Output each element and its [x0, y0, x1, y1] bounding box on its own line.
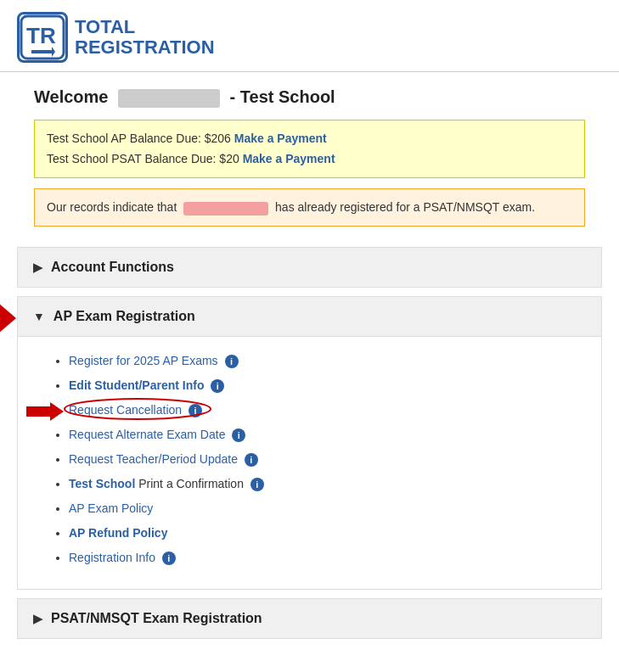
psat-balance-label: Test School PSAT Balance Due: $20 — [47, 152, 239, 165]
svg-text:TR: TR — [26, 23, 56, 48]
student-name-blur — [183, 202, 268, 216]
notice-suffix: has already registered for a PSAT/NMSQT … — [275, 200, 535, 214]
cancel-row: Request Cancellation i — [69, 401, 576, 419]
list-item: Registration Info i — [69, 549, 576, 567]
info-icon[interactable]: i — [162, 552, 176, 565]
account-title: Account Functions — [51, 260, 174, 275]
yellow-notice: Test School AP Balance Due: $206 Make a … — [34, 120, 585, 179]
psat-section: ▶ PSAT/NMSQT Exam Registration — [17, 598, 602, 639]
notice-prefix: Our records indicate that — [47, 200, 177, 214]
psat-balance-line: Test School PSAT Balance Due: $20 Make a… — [47, 149, 572, 170]
account-chevron: ▶ — [33, 260, 42, 274]
info-icon[interactable]: i — [250, 478, 264, 491]
print-confirmation-text: Print a Confirmation — [138, 477, 244, 490]
list-item: Register for 2025 AP Exams i — [69, 352, 576, 370]
list-item: Test School Print a Confirmation i — [69, 475, 576, 493]
logo-icon: TR — [17, 12, 68, 63]
ap-exam-section: ▼ AP Exam Registration Register for 2025… — [17, 296, 602, 590]
psat-chevron: ▶ — [33, 612, 42, 625]
registration-info-link[interactable]: Registration Info — [69, 551, 155, 564]
teacher-period-link[interactable]: Request Teacher/Period Update — [69, 452, 238, 466]
psat-payment-link[interactable]: Make a Payment — [243, 152, 335, 165]
edit-student-link[interactable]: Edit Student/Parent Info — [69, 378, 204, 392]
account-functions-section: ▶ Account Functions — [17, 247, 602, 288]
ap-balance-line: Test School AP Balance Due: $206 Make a … — [47, 129, 572, 149]
welcome-label: Welcome — [34, 87, 108, 106]
cancel-arrow-icon — [26, 402, 64, 421]
list-item: AP Exam Policy — [69, 500, 576, 518]
psat-title: PSAT/NMSQT Exam Registration — [51, 611, 262, 626]
ap-payment-link[interactable]: Make a Payment — [234, 132, 327, 145]
alternate-exam-link[interactable]: Request Alternate Exam Date — [69, 428, 225, 441]
ap-refund-policy-link[interactable]: AP Refund Policy — [69, 526, 167, 540]
content-area: Welcome - Test School Test School AP Bal… — [0, 72, 619, 639]
ap-items-list: Register for 2025 AP Exams i Edit Studen… — [52, 352, 576, 567]
username-blur — [118, 89, 220, 108]
ap-exam-body: Register for 2025 AP Exams i Edit Studen… — [18, 336, 601, 589]
ap-balance-label: Test School AP Balance Due: $206 — [47, 132, 231, 145]
list-item: AP Refund Policy — [69, 524, 576, 542]
brand-bottom: REGISTRATION — [75, 37, 215, 58]
ap-exam-header[interactable]: ▼ AP Exam Registration — [18, 297, 601, 336]
info-icon[interactable]: i — [245, 453, 258, 467]
info-icon[interactable]: i — [232, 428, 245, 442]
info-icon[interactable]: i — [211, 379, 224, 393]
list-item: Edit Student/Parent Info i — [69, 377, 576, 395]
orange-notice: Our records indicate that has already re… — [34, 188, 585, 226]
ap-title: AP Exam Registration — [53, 309, 195, 324]
ap-section-arrow — [0, 304, 16, 333]
logo-svg: TR — [20, 14, 65, 60]
info-icon[interactable]: i — [189, 404, 202, 417]
list-item: Request Alternate Exam Date i — [69, 426, 576, 444]
info-icon[interactable]: i — [225, 355, 239, 368]
welcome-text: Welcome - Test School — [34, 87, 585, 108]
header: TR TOTAL REGISTRATION — [0, 0, 619, 72]
psat-header[interactable]: ▶ PSAT/NMSQT Exam Registration — [18, 599, 601, 638]
welcome-section: Welcome - Test School Test School AP Bal… — [17, 72, 602, 247]
logo: TR TOTAL REGISTRATION — [17, 12, 215, 63]
request-cancellation-link[interactable]: Request Cancellation — [69, 403, 182, 417]
ap-exam-policy-link[interactable]: AP Exam Policy — [69, 501, 153, 515]
svg-marker-4 — [26, 402, 64, 421]
brand-top: TOTAL — [75, 17, 215, 37]
school-name: - Test School — [230, 87, 335, 106]
account-functions-header[interactable]: ▶ Account Functions — [18, 248, 601, 287]
svg-marker-3 — [0, 304, 16, 333]
register-2025-link[interactable]: Register for 2025 AP Exams — [69, 354, 218, 367]
ap-chevron: ▼ — [33, 310, 45, 323]
list-item: Request Teacher/Period Update i — [69, 451, 576, 468]
logo-text: TOTAL REGISTRATION — [75, 17, 215, 58]
test-school-link[interactable]: Test School — [69, 477, 135, 490]
